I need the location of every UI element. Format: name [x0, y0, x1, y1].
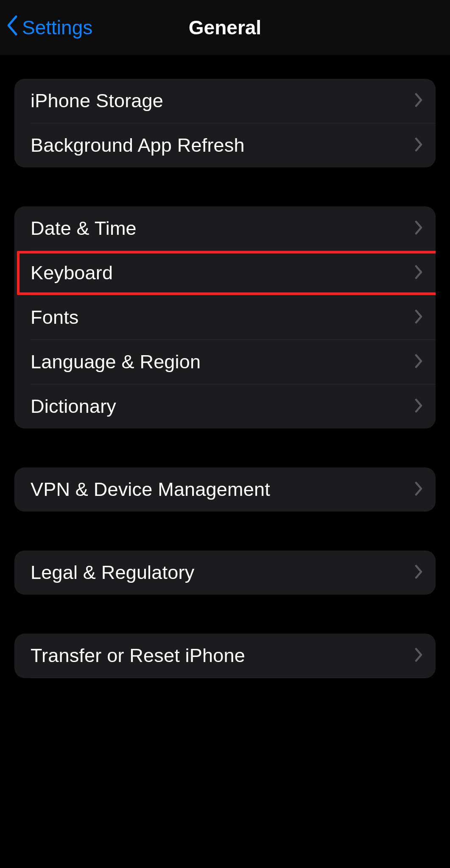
settings-group: Date & Time Keyboard Fonts — [14, 206, 436, 428]
chevron-left-icon — [6, 15, 19, 41]
row-iphone-storage[interactable]: iPhone Storage — [14, 79, 436, 123]
row-fonts[interactable]: Fonts — [14, 295, 436, 339]
chevron-right-icon — [414, 93, 423, 109]
chevron-right-icon — [414, 481, 423, 498]
chevron-right-icon — [414, 265, 423, 281]
row-label: Legal & Regulatory — [31, 562, 194, 584]
row-label: Keyboard — [31, 262, 113, 284]
row-label: VPN & Device Management — [31, 479, 270, 501]
content: iPhone Storage Background App Refresh Da… — [0, 55, 450, 678]
chevron-right-icon — [414, 309, 423, 326]
row-label: iPhone Storage — [31, 90, 163, 112]
row-label: Fonts — [31, 306, 79, 328]
settings-group: Transfer or Reset iPhone — [14, 634, 436, 678]
row-vpn-device-management[interactable]: VPN & Device Management — [14, 467, 436, 512]
separator — [31, 678, 436, 678]
settings-group: VPN & Device Management — [14, 467, 436, 512]
row-dictionary[interactable]: Dictionary — [14, 384, 436, 428]
row-language-region[interactable]: Language & Region — [14, 340, 436, 384]
row-label: Dictionary — [31, 395, 116, 417]
row-label: Background App Refresh — [31, 134, 245, 156]
row-keyboard[interactable]: Keyboard — [14, 251, 436, 295]
chevron-right-icon — [414, 137, 423, 153]
chevron-right-icon — [414, 648, 423, 664]
settings-general-screen: Settings General iPhone Storage Backgrou… — [0, 0, 450, 868]
chevron-right-icon — [414, 354, 423, 370]
row-label: Language & Region — [31, 351, 201, 373]
row-legal-regulatory[interactable]: Legal & Regulatory — [14, 551, 436, 595]
back-label: Settings — [22, 16, 92, 39]
row-background-app-refresh[interactable]: Background App Refresh — [14, 123, 436, 167]
settings-group: iPhone Storage Background App Refresh — [14, 79, 436, 167]
chevron-right-icon — [414, 220, 423, 236]
back-button[interactable]: Settings — [6, 0, 92, 55]
chevron-right-icon — [414, 565, 423, 581]
row-label: Transfer or Reset iPhone — [31, 645, 245, 667]
row-label: Date & Time — [31, 217, 137, 239]
settings-group: Legal & Regulatory — [14, 551, 436, 595]
row-date-time[interactable]: Date & Time — [14, 206, 436, 250]
chevron-right-icon — [414, 398, 423, 415]
navbar: Settings General — [0, 0, 450, 55]
row-transfer-reset[interactable]: Transfer or Reset iPhone — [14, 634, 436, 678]
